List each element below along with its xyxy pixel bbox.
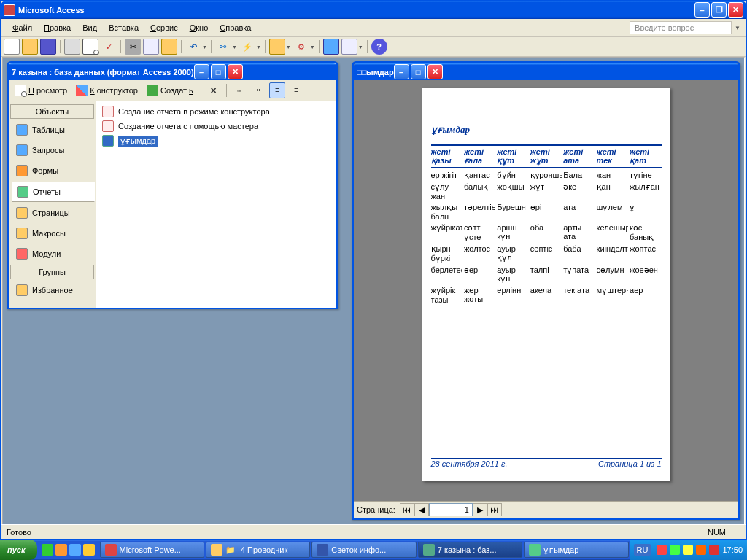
main-minimize-button[interactable]: –: [694, 2, 710, 18]
language-indicator[interactable]: RU: [634, 544, 651, 556]
report-maximize-button[interactable]: □: [411, 64, 426, 79]
menu-file[interactable]: Файл: [7, 22, 38, 34]
undo-button[interactable]: ↶: [185, 39, 201, 55]
separator: [120, 40, 121, 53]
task-explorer[interactable]: 📁4 Проводник: [206, 542, 310, 558]
menu-view[interactable]: Вид: [77, 22, 103, 34]
db-design-button[interactable]: Конструктор: [73, 83, 141, 98]
nav-queries[interactable]: Запросы: [12, 141, 93, 160]
view-list-button[interactable]: ☰: [269, 82, 285, 98]
pages-icon: [16, 207, 28, 219]
undo-dropdown-icon[interactable]: ▼: [202, 44, 207, 50]
ql-icon-1[interactable]: [42, 544, 53, 556]
tray-icon-1[interactable]: [657, 545, 667, 555]
list-create-design[interactable]: Создание отчета в режиме конструктора: [99, 104, 333, 119]
help-button[interactable]: ?: [371, 39, 387, 55]
ql-icon-4[interactable]: [83, 544, 95, 556]
pager-prev-button[interactable]: ◀: [414, 503, 429, 516]
report-pager: Страница: ⏮ ◀ ▶ ⏭: [354, 501, 738, 518]
menu-insert[interactable]: Вставка: [103, 22, 144, 34]
list-report-item[interactable]: ұғымдар: [99, 133, 333, 148]
view-large-icons-button[interactable]: ▫▫: [231, 82, 247, 98]
db-close-button[interactable]: ✕: [228, 64, 243, 79]
report-canvas[interactable]: ұғымдар жеті қазыжеті ғалажеті құтжеті ж…: [354, 80, 738, 501]
new-button[interactable]: [4, 39, 20, 55]
tray-icon-4[interactable]: [696, 545, 706, 555]
copy-button[interactable]: [143, 39, 159, 55]
main-restore-button[interactable]: ❐: [711, 2, 727, 18]
main-close-button[interactable]: ✕: [728, 2, 743, 18]
dd-icon[interactable]: ▼: [232, 44, 237, 50]
pager-first-button[interactable]: ⏮: [400, 503, 414, 516]
task-access-db[interactable]: 7 казына : баз...: [418, 542, 522, 558]
nav-modules[interactable]: Модули: [12, 244, 93, 263]
db-minimize-button[interactable]: –: [194, 64, 209, 79]
analyze-button[interactable]: ⚡: [239, 39, 255, 55]
view-details-button[interactable]: ☰: [288, 82, 304, 98]
print-button[interactable]: [64, 39, 80, 55]
pager-next-button[interactable]: ▶: [473, 503, 487, 516]
code-button[interactable]: ⚙: [293, 39, 309, 55]
nav-tables[interactable]: Таблицы: [12, 120, 93, 139]
question-dropdown-icon[interactable]: ▼: [735, 25, 740, 31]
db-maximize-button[interactable]: □: [211, 64, 226, 79]
spellcheck-button[interactable]: ✓: [101, 39, 117, 55]
properties-button[interactable]: [323, 39, 339, 55]
task-report[interactable]: ұғымдар: [524, 542, 628, 558]
nav-forms[interactable]: Формы: [12, 161, 93, 180]
relationships-button[interactable]: ⚯: [215, 39, 231, 55]
script-button[interactable]: [269, 39, 285, 55]
nav-pages[interactable]: Страницы: [12, 203, 93, 222]
main-toolbar: ✓ ✂ ↶▼ ⚯▼ ⚡▼ ▼ ⚙▼ ▼ ?: [1, 37, 746, 57]
paste-button[interactable]: [161, 39, 177, 55]
menu-edit[interactable]: Правка: [38, 22, 77, 34]
view-small-icons-button[interactable]: ∷: [250, 82, 266, 98]
ql-icon-2[interactable]: [55, 544, 67, 556]
help-question-input[interactable]: Введите вопрос: [630, 21, 732, 34]
report-preview-window[interactable]: □□ымдар – □ ✕ ұғымдар жеті қазыжеті ғала…: [352, 61, 740, 520]
report-icon: [102, 135, 114, 147]
table-row: жүйрік тазыжер жотыерліннакелатек атамүш…: [431, 284, 662, 304]
save-button[interactable]: [40, 39, 56, 55]
tray-icon-5[interactable]: [709, 545, 719, 555]
menu-help[interactable]: Справка: [214, 22, 257, 34]
report-close-button[interactable]: ✕: [427, 64, 443, 79]
tray-icon-2[interactable]: [670, 545, 680, 555]
nav-favorites[interactable]: Избранное: [12, 281, 93, 300]
menu-service[interactable]: Сервис: [144, 22, 184, 34]
pager-last-button[interactable]: ⏭: [487, 503, 502, 516]
dd-icon[interactable]: ▼: [256, 44, 261, 50]
tray-icon-3[interactable]: [683, 545, 693, 555]
start-button[interactable]: пуск: [0, 540, 37, 560]
task-powerpoint[interactable]: Microsoft Powe...: [100, 542, 204, 558]
db-open-preview-button[interactable]: Просмотр: [12, 83, 70, 98]
list-create-wizard[interactable]: Создание отчета с помощью мастера: [99, 119, 333, 133]
dd-icon[interactable]: ▼: [310, 44, 315, 50]
nav-macros[interactable]: Макросы: [12, 224, 93, 243]
pager-page-input[interactable]: [429, 503, 473, 516]
db-delete-button[interactable]: ✕: [206, 82, 222, 98]
db-main-list[interactable]: Создание отчета в режиме конструктора Со…: [96, 101, 336, 308]
clock[interactable]: 17:50: [722, 545, 743, 554]
dd-icon[interactable]: ▼: [358, 44, 363, 50]
report-titlebar[interactable]: □□ымдар – □ ✕: [354, 63, 738, 80]
group-objects-header: Объекты: [10, 104, 94, 119]
report-minimize-button[interactable]: –: [394, 64, 409, 79]
nav-reports[interactable]: Отчеты: [12, 182, 95, 202]
dd-icon[interactable]: ▼: [286, 44, 291, 50]
db-create-button[interactable]: Создать: [144, 83, 196, 98]
preview-button[interactable]: [82, 39, 98, 55]
db-objects-button[interactable]: [341, 39, 357, 55]
mdi-area: 7 казына : база данных (формат Access 20…: [2, 57, 745, 524]
main-titlebar[interactable]: Microsoft Access – ❐ ✕: [1, 1, 746, 19]
access-main-window: Microsoft Access – ❐ ✕ Файл Правка Вид В…: [0, 0, 747, 540]
task-word[interactable]: Светок инфо...: [311, 542, 416, 558]
db-titlebar[interactable]: 7 казына : база данных (формат Access 20…: [9, 63, 336, 80]
cut-button[interactable]: ✂: [125, 39, 141, 55]
open-button[interactable]: [22, 39, 38, 55]
ql-icon-3[interactable]: [69, 544, 81, 556]
database-window[interactable]: 7 казына : база данных (формат Access 20…: [7, 61, 338, 309]
menu-window[interactable]: Окно: [184, 22, 214, 34]
tables-icon: [16, 124, 28, 136]
separator: [265, 40, 266, 53]
